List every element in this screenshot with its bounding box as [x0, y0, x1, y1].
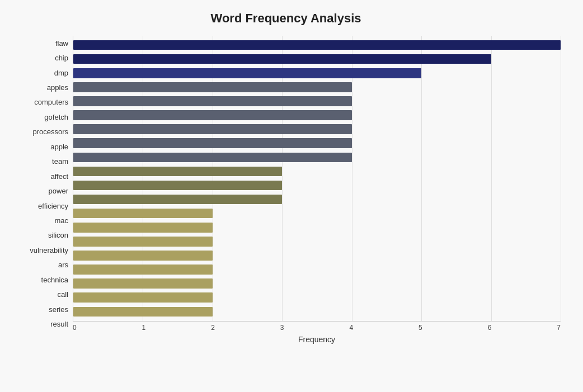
x-tick: 5	[419, 324, 422, 332]
y-label: team	[52, 158, 68, 165]
y-label: flaw	[55, 40, 68, 47]
x-tick: 1	[142, 324, 146, 332]
bar	[73, 40, 561, 50]
y-label: ars	[58, 261, 68, 268]
bar	[73, 307, 213, 317]
y-label: affect	[50, 173, 68, 180]
bar-row	[73, 234, 561, 248]
bar	[73, 54, 491, 64]
bar-row	[73, 291, 561, 305]
bar	[73, 195, 282, 205]
bar-row	[73, 178, 561, 192]
bar-row	[73, 305, 561, 319]
x-tick: 6	[488, 324, 492, 332]
chart-container: Word Frequency Analysis flawchipdmpapple…	[0, 0, 583, 392]
x-tick: 3	[280, 324, 284, 332]
bar	[73, 223, 213, 233]
bar-row	[73, 150, 561, 164]
y-label: apple	[50, 143, 68, 150]
bar-row	[73, 38, 561, 52]
bar-row	[73, 122, 561, 136]
bar	[73, 278, 213, 289]
y-label: power	[49, 187, 68, 195]
bar	[73, 82, 352, 92]
y-label: dmp	[54, 69, 68, 77]
y-label: processors	[32, 128, 68, 135]
y-label: apples	[47, 84, 68, 91]
bar	[73, 153, 352, 163]
bar-row	[73, 192, 561, 206]
bar	[73, 96, 352, 106]
bar-row	[73, 52, 561, 66]
y-label: result	[50, 320, 68, 328]
x-tick: 2	[211, 324, 215, 332]
bars-and-x: 01234567 Frequency	[73, 36, 561, 344]
bar-row	[73, 66, 561, 80]
bar-row	[73, 248, 561, 262]
bar	[73, 138, 352, 148]
bar	[73, 209, 213, 219]
bar	[73, 68, 421, 78]
x-axis: 01234567	[73, 322, 561, 332]
bar	[73, 251, 213, 261]
bar-row	[73, 206, 561, 220]
x-tick: 0	[73, 324, 77, 332]
y-label: vulnerability	[30, 247, 68, 254]
bars-wrapper	[73, 36, 561, 321]
bar-row	[73, 80, 561, 94]
bar	[73, 110, 352, 120]
y-label: computers	[34, 98, 68, 106]
bar	[73, 292, 213, 303]
bar-row	[73, 136, 561, 150]
bar-row	[73, 108, 561, 122]
bar	[73, 124, 352, 134]
y-label: chip	[55, 54, 68, 62]
chart-area: flawchipdmpapplescomputersgofetchprocess…	[11, 36, 561, 344]
bar	[73, 181, 282, 191]
bars-grid	[73, 36, 561, 322]
x-tick: 4	[349, 324, 353, 332]
y-label: efficiency	[38, 202, 68, 210]
chart-title: Word Frequency Analysis	[11, 11, 561, 26]
y-label: technica	[41, 276, 68, 284]
x-axis-label: Frequency	[73, 335, 561, 344]
bar-row	[73, 220, 561, 234]
bar	[73, 167, 282, 177]
bar-row	[73, 94, 561, 108]
y-label: silicon	[48, 232, 68, 239]
bar-row	[73, 263, 561, 277]
y-label: call	[57, 291, 68, 298]
y-labels: flawchipdmpapplescomputersgofetchprocess…	[11, 36, 73, 344]
grid-line	[561, 36, 561, 321]
bar-row	[73, 164, 561, 178]
bar	[73, 237, 213, 247]
y-label: gofetch	[44, 114, 68, 121]
bar	[73, 265, 213, 275]
bar-row	[73, 277, 561, 291]
x-tick: 7	[557, 324, 561, 332]
y-label: mac	[54, 217, 68, 224]
y-label: series	[49, 306, 68, 313]
